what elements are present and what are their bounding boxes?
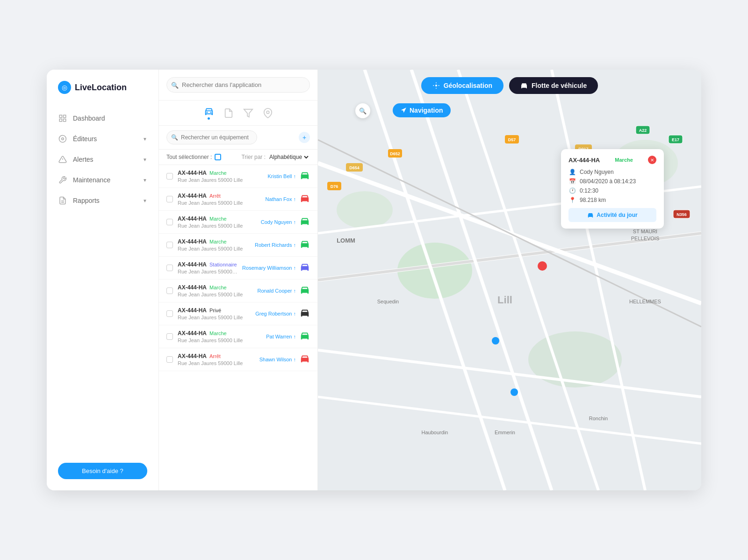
svg-point-9: [206, 112, 208, 113]
vehicle-status: Marche: [209, 285, 227, 290]
svg-point-73: [492, 337, 499, 345]
list-item[interactable]: AX-444-HA Marche Rue Jean Jaures 59000 L…: [159, 280, 317, 302]
svg-point-26: [306, 313, 308, 315]
sidebar-label-alertes: Alertes: [73, 156, 94, 163]
main-panel: 🔍 🔍 +: [159, 70, 318, 490]
dashboard-icon: [58, 114, 67, 123]
select-all-checkbox[interactable]: [215, 154, 221, 160]
list-item[interactable]: AX-444-HA Marche Rue Jean Jaures 59000 L…: [159, 211, 317, 234]
tab-geo-label: Géolocalisation: [444, 82, 492, 89]
svg-point-23: [302, 290, 304, 292]
popup-close-button[interactable]: ✕: [648, 156, 656, 164]
nav-badge-label: Navigation: [410, 107, 443, 114]
list-item[interactable]: AX-444-HA Arrêt Rue Jean Jaures 59000 Li…: [159, 188, 317, 211]
vehicle-driver[interactable]: Greg Robertson ↑: [255, 311, 296, 316]
map-search-button[interactable]: 🔍: [355, 103, 370, 118]
equipment-search-wrap: 🔍: [166, 130, 295, 144]
svg-point-27: [302, 336, 304, 337]
filter-tab-filter[interactable]: [243, 108, 253, 118]
svg-point-14: [306, 176, 308, 177]
vehicle-status: Arrêt: [209, 193, 221, 199]
editeurs-icon: [58, 134, 67, 144]
popup-driver: Cody Nguyen: [580, 169, 614, 175]
svg-rect-3: [59, 119, 62, 122]
sidebar: ◎ LiveLocation Dashboard Éditeurs ▼: [47, 70, 159, 490]
vehicle-address: Rue Jean Jaures 59000 Lille: [178, 360, 256, 366]
vehicle-address: Rue Jean Jaures 59000 Lille: [178, 246, 251, 251]
rapports-icon: [58, 196, 67, 205]
sidebar-item-rapports[interactable]: Rapports ▼: [52, 191, 153, 210]
svg-text:D652: D652: [390, 151, 400, 156]
svg-text:ST MAURI: ST MAURI: [633, 229, 657, 234]
list-item[interactable]: AX-444-HA Stationnaire Rue Jean Jaures 5…: [159, 257, 317, 280]
help-button[interactable]: Besoin d'aide ?: [58, 463, 147, 479]
svg-point-18: [306, 222, 308, 223]
equipment-search-input[interactable]: [166, 130, 257, 144]
svg-point-28: [306, 336, 308, 337]
vehicle-driver[interactable]: Cody Nguyen ↑: [261, 219, 296, 225]
app-search-bar: 🔍: [159, 70, 317, 101]
sidebar-item-editeurs[interactable]: Éditeurs ▼: [52, 129, 153, 148]
svg-point-75: [435, 85, 437, 86]
filter-tab-car[interactable]: [204, 106, 214, 120]
tab-fleet[interactable]: Flotte de véhicule: [509, 77, 598, 94]
sidebar-item-maintenance[interactable]: Maintenance ▼: [52, 171, 153, 189]
list-item[interactable]: AX-444-HA Marche Rue Jean Jaures 59000 L…: [159, 325, 317, 348]
vehicle-checkbox[interactable]: [166, 196, 173, 202]
svg-point-72: [538, 261, 547, 271]
filter-tab-pin[interactable]: [263, 108, 273, 118]
vehicle-checkbox[interactable]: [166, 356, 173, 363]
vehicle-car-icon: [300, 285, 310, 295]
sidebar-item-dashboard[interactable]: Dashboard: [52, 109, 153, 128]
svg-text:LOMM: LOMM: [337, 237, 355, 244]
svg-point-29: [302, 359, 304, 360]
sidebar-nav: Dashboard Éditeurs ▼ Alertes ▼: [47, 109, 158, 463]
list-item[interactable]: AX-444-HA Privé Rue Jean Jaures 59000 Li…: [159, 302, 317, 325]
svg-point-10: [210, 112, 211, 113]
popup-duration-row: 🕐 0:12:30: [568, 187, 656, 194]
alertes-arrow: ▼: [143, 157, 147, 162]
clock-icon: 🕐: [568, 187, 576, 194]
svg-point-4: [62, 138, 64, 140]
vehicle-id: AX-444-HA: [178, 307, 207, 314]
sidebar-item-alertes[interactable]: Alertes ▼: [52, 150, 153, 169]
popup-duration: 0:12:30: [580, 187, 598, 194]
list-select-all: Tout sélectionner :: [166, 154, 221, 160]
vehicle-driver[interactable]: Kristin Bell ↑: [267, 173, 296, 179]
app-search-input[interactable]: [166, 77, 310, 93]
vehicle-driver[interactable]: Pat Warren ↑: [266, 334, 296, 339]
filter-tab-doc[interactable]: [223, 108, 234, 118]
vehicle-checkbox[interactable]: [166, 242, 173, 248]
tab-geolocalisation[interactable]: Géolocalisation: [421, 77, 503, 94]
vehicle-driver[interactable]: Rosemary Williamson ↑: [242, 265, 296, 271]
vehicle-car-icon: [300, 262, 310, 272]
app-name: LiveLocation: [75, 83, 127, 93]
svg-point-19: [302, 244, 304, 246]
vehicle-checkbox[interactable]: [166, 310, 173, 317]
add-equipment-button[interactable]: +: [299, 132, 310, 143]
vehicle-checkbox[interactable]: [166, 219, 173, 225]
activity-button[interactable]: Activité du jour: [568, 208, 656, 222]
equipment-search-icon: 🔍: [171, 134, 178, 141]
vehicle-status: Arrêt: [209, 353, 221, 359]
maintenance-icon: [58, 175, 67, 185]
list-item[interactable]: AX-444-HA Arrêt Rue Jean Jaures 59000 Li…: [159, 348, 317, 371]
vehicle-checkbox[interactable]: [166, 173, 173, 179]
vehicle-status: Marche: [209, 239, 227, 244]
vehicle-driver[interactable]: Shawn Wilson ↑: [259, 357, 296, 362]
vehicle-driver[interactable]: Nathan Fox ↑: [266, 196, 296, 202]
vehicle-driver[interactable]: Ronald Cooper ↑: [257, 288, 296, 294]
vehicle-checkbox[interactable]: [166, 333, 173, 340]
vehicle-id: AX-444-HA: [178, 215, 207, 222]
vehicle-checkbox[interactable]: [166, 287, 173, 294]
vehicle-car-icon: [300, 353, 310, 364]
map-top-bar: Géolocalisation Flotte de véhicule: [318, 70, 701, 101]
vehicle-id: AX-444-HA: [178, 353, 207, 359]
vehicle-driver[interactable]: Robert Richards ↑: [255, 242, 296, 248]
calendar-icon: 📅: [568, 178, 576, 185]
list-item[interactable]: AX-444-HA Marche Rue Jean Jaures 59000 L…: [159, 165, 317, 188]
sort-select[interactable]: Alphabétique: [267, 153, 310, 161]
svg-point-12: [266, 111, 269, 114]
list-item[interactable]: AX-444-HA Marche Rue Jean Jaures 59000 L…: [159, 234, 317, 257]
vehicle-checkbox[interactable]: [166, 265, 173, 271]
